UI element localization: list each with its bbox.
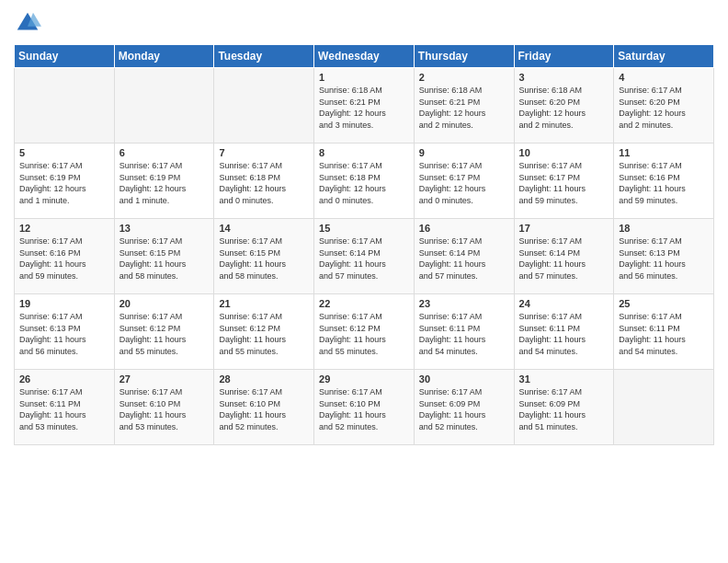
calendar-day-header: Monday xyxy=(114,45,214,68)
logo xyxy=(14,9,45,37)
day-info: Sunrise: 6:17 AM Sunset: 6:14 PM Dayligh… xyxy=(419,236,510,282)
calendar-cell xyxy=(614,370,714,445)
page-header xyxy=(14,9,714,37)
day-info: Sunrise: 6:17 AM Sunset: 6:13 PM Dayligh… xyxy=(619,236,710,282)
calendar-day-header: Friday xyxy=(514,45,614,68)
day-number: 2 xyxy=(419,72,510,83)
day-info: Sunrise: 6:17 AM Sunset: 6:10 PM Dayligh… xyxy=(319,386,410,432)
day-info: Sunrise: 6:17 AM Sunset: 6:16 PM Dayligh… xyxy=(619,160,710,206)
day-info: Sunrise: 6:17 AM Sunset: 6:14 PM Dayligh… xyxy=(519,236,610,282)
day-number: 13 xyxy=(119,223,210,234)
calendar-cell: 6Sunrise: 6:17 AM Sunset: 6:19 PM Daylig… xyxy=(114,144,214,219)
day-info: Sunrise: 6:17 AM Sunset: 6:20 PM Dayligh… xyxy=(619,85,710,131)
calendar-cell: 20Sunrise: 6:17 AM Sunset: 6:12 PM Dayli… xyxy=(114,294,214,370)
day-number: 24 xyxy=(519,298,610,309)
day-number: 19 xyxy=(19,298,110,309)
day-info: Sunrise: 6:17 AM Sunset: 6:10 PM Dayligh… xyxy=(219,386,310,432)
day-info: Sunrise: 6:17 AM Sunset: 6:12 PM Dayligh… xyxy=(119,311,210,357)
day-number: 20 xyxy=(119,298,210,309)
calendar-cell xyxy=(114,68,214,144)
day-info: Sunrise: 6:17 AM Sunset: 6:17 PM Dayligh… xyxy=(519,160,610,206)
day-info: Sunrise: 6:18 AM Sunset: 6:21 PM Dayligh… xyxy=(419,85,510,131)
day-number: 27 xyxy=(119,373,210,385)
calendar-cell: 24Sunrise: 6:17 AM Sunset: 6:11 PM Dayli… xyxy=(514,294,614,370)
day-number: 29 xyxy=(319,373,410,385)
day-info: Sunrise: 6:17 AM Sunset: 6:09 PM Dayligh… xyxy=(419,386,510,432)
day-number: 25 xyxy=(619,298,710,309)
calendar-cell: 28Sunrise: 6:17 AM Sunset: 6:10 PM Dayli… xyxy=(214,370,314,445)
day-info: Sunrise: 6:17 AM Sunset: 6:12 PM Dayligh… xyxy=(319,311,410,357)
calendar-cell: 23Sunrise: 6:17 AM Sunset: 6:11 PM Dayli… xyxy=(414,294,514,370)
day-info: Sunrise: 6:18 AM Sunset: 6:20 PM Dayligh… xyxy=(519,85,610,131)
calendar-cell: 11Sunrise: 6:17 AM Sunset: 6:16 PM Dayli… xyxy=(614,144,714,219)
day-info: Sunrise: 6:17 AM Sunset: 6:19 PM Dayligh… xyxy=(119,160,210,206)
calendar-day-header: Sunday xyxy=(15,45,115,68)
calendar-cell: 3Sunrise: 6:18 AM Sunset: 6:20 PM Daylig… xyxy=(514,68,614,144)
calendar-cell: 5Sunrise: 6:17 AM Sunset: 6:19 PM Daylig… xyxy=(15,144,115,219)
day-number: 11 xyxy=(619,147,710,158)
calendar-cell: 2Sunrise: 6:18 AM Sunset: 6:21 PM Daylig… xyxy=(414,68,514,144)
calendar-cell xyxy=(15,68,115,144)
page-container: SundayMondayTuesdayWednesdayThursdayFrid… xyxy=(0,0,728,563)
calendar-cell: 16Sunrise: 6:17 AM Sunset: 6:14 PM Dayli… xyxy=(414,219,514,294)
day-info: Sunrise: 6:17 AM Sunset: 6:19 PM Dayligh… xyxy=(19,160,110,206)
calendar-cell: 26Sunrise: 6:17 AM Sunset: 6:11 PM Dayli… xyxy=(15,370,115,445)
calendar-header-row: SundayMondayTuesdayWednesdayThursdayFrid… xyxy=(15,45,714,68)
day-number: 9 xyxy=(419,147,510,158)
day-number: 3 xyxy=(519,72,610,83)
day-info: Sunrise: 6:17 AM Sunset: 6:11 PM Dayligh… xyxy=(19,386,110,432)
day-number: 5 xyxy=(19,147,110,158)
day-number: 18 xyxy=(619,223,710,234)
day-number: 12 xyxy=(19,223,110,234)
calendar-week-row: 5Sunrise: 6:17 AM Sunset: 6:19 PM Daylig… xyxy=(15,144,714,219)
day-number: 1 xyxy=(319,72,410,83)
calendar-week-row: 26Sunrise: 6:17 AM Sunset: 6:11 PM Dayli… xyxy=(15,370,714,445)
calendar-cell: 9Sunrise: 6:17 AM Sunset: 6:17 PM Daylig… xyxy=(414,144,514,219)
calendar-cell: 1Sunrise: 6:18 AM Sunset: 6:21 PM Daylig… xyxy=(314,68,415,144)
day-number: 26 xyxy=(19,373,110,385)
calendar-cell: 21Sunrise: 6:17 AM Sunset: 6:12 PM Dayli… xyxy=(214,294,314,370)
calendar-cell: 31Sunrise: 6:17 AM Sunset: 6:09 PM Dayli… xyxy=(514,370,614,445)
calendar-cell: 4Sunrise: 6:17 AM Sunset: 6:20 PM Daylig… xyxy=(614,68,714,144)
day-info: Sunrise: 6:17 AM Sunset: 6:16 PM Dayligh… xyxy=(19,236,110,282)
calendar-cell: 13Sunrise: 6:17 AM Sunset: 6:15 PM Dayli… xyxy=(114,219,214,294)
day-info: Sunrise: 6:18 AM Sunset: 6:21 PM Dayligh… xyxy=(319,85,410,131)
calendar-cell: 30Sunrise: 6:17 AM Sunset: 6:09 PM Dayli… xyxy=(414,370,514,445)
calendar-cell: 17Sunrise: 6:17 AM Sunset: 6:14 PM Dayli… xyxy=(514,219,614,294)
day-info: Sunrise: 6:17 AM Sunset: 6:13 PM Dayligh… xyxy=(19,311,110,357)
day-info: Sunrise: 6:17 AM Sunset: 6:14 PM Dayligh… xyxy=(319,236,410,282)
day-info: Sunrise: 6:17 AM Sunset: 6:18 PM Dayligh… xyxy=(319,160,410,206)
calendar-cell: 22Sunrise: 6:17 AM Sunset: 6:12 PM Dayli… xyxy=(314,294,415,370)
calendar-cell: 14Sunrise: 6:17 AM Sunset: 6:15 PM Dayli… xyxy=(214,219,314,294)
day-number: 21 xyxy=(219,298,310,309)
day-number: 28 xyxy=(219,373,310,385)
day-info: Sunrise: 6:17 AM Sunset: 6:11 PM Dayligh… xyxy=(619,311,710,357)
calendar-week-row: 12Sunrise: 6:17 AM Sunset: 6:16 PM Dayli… xyxy=(15,219,714,294)
calendar-cell: 12Sunrise: 6:17 AM Sunset: 6:16 PM Dayli… xyxy=(15,219,115,294)
day-number: 17 xyxy=(519,223,610,234)
calendar-day-header: Saturday xyxy=(614,45,714,68)
day-number: 4 xyxy=(619,72,710,83)
calendar-cell: 7Sunrise: 6:17 AM Sunset: 6:18 PM Daylig… xyxy=(214,144,314,219)
calendar-table: SundayMondayTuesdayWednesdayThursdayFrid… xyxy=(14,44,714,445)
day-number: 8 xyxy=(319,147,410,158)
day-number: 23 xyxy=(419,298,510,309)
day-number: 14 xyxy=(219,223,310,234)
calendar-day-header: Wednesday xyxy=(314,45,415,68)
logo-icon xyxy=(14,9,41,37)
calendar-cell: 8Sunrise: 6:17 AM Sunset: 6:18 PM Daylig… xyxy=(314,144,415,219)
calendar-cell: 10Sunrise: 6:17 AM Sunset: 6:17 PM Dayli… xyxy=(514,144,614,219)
day-number: 10 xyxy=(519,147,610,158)
day-number: 7 xyxy=(219,147,310,158)
calendar-cell: 25Sunrise: 6:17 AM Sunset: 6:11 PM Dayli… xyxy=(614,294,714,370)
day-info: Sunrise: 6:17 AM Sunset: 6:18 PM Dayligh… xyxy=(219,160,310,206)
day-info: Sunrise: 6:17 AM Sunset: 6:17 PM Dayligh… xyxy=(419,160,510,206)
day-number: 30 xyxy=(419,373,510,385)
calendar-cell: 19Sunrise: 6:17 AM Sunset: 6:13 PM Dayli… xyxy=(15,294,115,370)
calendar-cell xyxy=(214,68,314,144)
calendar-week-row: 1Sunrise: 6:18 AM Sunset: 6:21 PM Daylig… xyxy=(15,68,714,144)
day-info: Sunrise: 6:17 AM Sunset: 6:12 PM Dayligh… xyxy=(219,311,310,357)
calendar-cell: 15Sunrise: 6:17 AM Sunset: 6:14 PM Dayli… xyxy=(314,219,415,294)
day-info: Sunrise: 6:17 AM Sunset: 6:09 PM Dayligh… xyxy=(519,386,610,432)
calendar-week-row: 19Sunrise: 6:17 AM Sunset: 6:13 PM Dayli… xyxy=(15,294,714,370)
